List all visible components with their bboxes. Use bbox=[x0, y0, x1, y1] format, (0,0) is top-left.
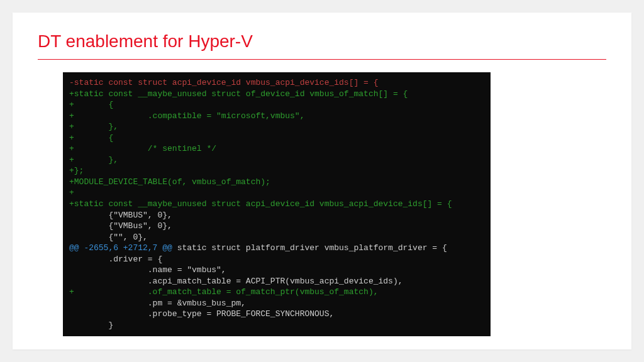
diff-line: + { bbox=[69, 133, 484, 144]
diff-line: +static const __maybe_unused struct acpi… bbox=[69, 199, 484, 210]
slide-title: DT enablement for Hyper-V bbox=[38, 31, 606, 60]
diff-line: +static const __maybe_unused struct of_d… bbox=[69, 89, 484, 100]
diff-line: {"VMBUS", 0}, bbox=[69, 210, 484, 221]
diff-line: + /* sentinel */ bbox=[69, 143, 484, 155]
slide: DT enablement for Hyper-V -static const … bbox=[13, 13, 631, 349]
diff-line: {"VMBus", 0}, bbox=[69, 221, 484, 232]
diff-line: .driver = { bbox=[69, 254, 484, 265]
diff-line: .pm = &vmbus_bus_pm, bbox=[69, 298, 484, 309]
diff-line: +}; bbox=[69, 165, 484, 177]
diff-line: .acpi_match_table = ACPI_PTR(vmbus_acpi_… bbox=[69, 276, 484, 287]
diff-line: {"", 0}, bbox=[69, 232, 484, 243]
diff-line: + }, bbox=[69, 155, 484, 166]
diff-line: + bbox=[69, 187, 484, 199]
diff-line: -static const struct acpi_device_id vmbu… bbox=[69, 77, 484, 89]
diff-line: + { bbox=[69, 99, 484, 111]
diff-line: } bbox=[69, 320, 484, 331]
diff-line: @@ -2655,6 +2712,7 @@ static struct plat… bbox=[69, 243, 484, 254]
diff-line: +MODULE_DEVICE_TABLE(of, vmbus_of_match)… bbox=[69, 177, 484, 188]
diff-line: + }, bbox=[69, 121, 484, 133]
diff-line: + .compatible = "microsoft,vmbus", bbox=[69, 111, 484, 122]
code-diff-block: -static const struct acpi_device_id vmbu… bbox=[63, 72, 491, 336]
diff-line: + .of_match_table = of_match_ptr(vmbus_o… bbox=[69, 287, 484, 298]
diff-line: .name = "vmbus", bbox=[69, 265, 484, 276]
diff-line: .probe_type = PROBE_FORCE_SYNCHRONOUS, bbox=[69, 309, 484, 320]
